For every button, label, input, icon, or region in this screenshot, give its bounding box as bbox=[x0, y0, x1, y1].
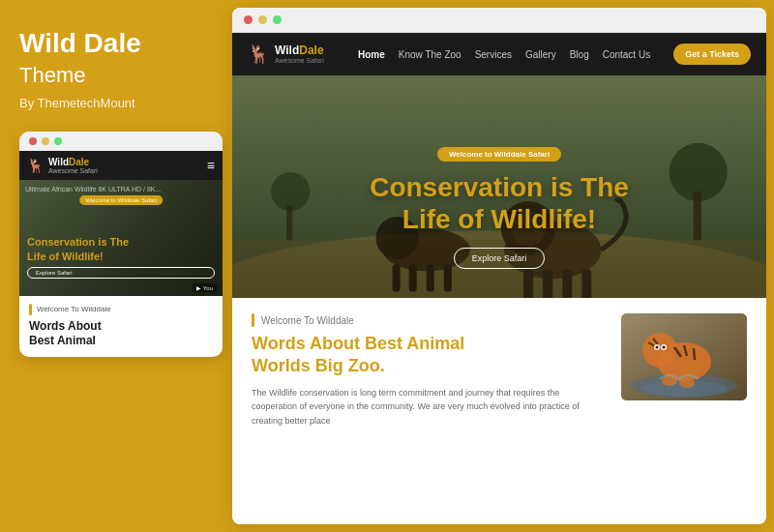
mobile-welcome-text: Welcome To Wilddale bbox=[37, 305, 111, 313]
browser-dot-red bbox=[244, 15, 253, 24]
nav-link-services[interactable]: Services bbox=[475, 49, 512, 60]
right-panel: 🦌 WildDale Awesome Safari Home Know The … bbox=[232, 8, 766, 524]
nav-link-contact[interactable]: Contact Us bbox=[603, 49, 650, 60]
hero-welcome-badge: Welcome to Wilddale Safari bbox=[437, 147, 561, 162]
tiger-svg bbox=[621, 313, 747, 400]
left-panel: Wild Dale Theme By ThemetechMount 🦌 Wild… bbox=[0, 0, 232, 532]
hero-content: Welcome to Wilddale Safari Conservation … bbox=[271, 143, 728, 269]
section-accent-bar bbox=[252, 313, 254, 327]
mobile-welcome-bar bbox=[29, 304, 32, 315]
browser-dot-yellow bbox=[258, 15, 267, 24]
browser-dot-green bbox=[273, 15, 282, 24]
hero-headline: Conservation is The Life of Wildlife! bbox=[271, 171, 728, 236]
theme-subtitle: Theme bbox=[19, 63, 85, 88]
desktop-logo: 🦌 WildDale Awesome Safari bbox=[248, 44, 335, 65]
dot-red bbox=[29, 137, 37, 145]
mobile-preview-card: 🦌 WildDale Awesome Safari ≡ Ultimate Afr… bbox=[19, 132, 223, 357]
desktop-logo-icon: 🦌 bbox=[248, 44, 269, 65]
theme-title: Wild Dale bbox=[19, 29, 141, 59]
mobile-logo-icon: 🦌 bbox=[27, 158, 44, 173]
section-welcome-text: Welcome To Wilddale bbox=[261, 315, 354, 326]
browser-bar bbox=[232, 8, 766, 33]
mobile-hamburger-icon: ≡ bbox=[207, 158, 215, 173]
mobile-content: Welcome To Wilddale Words About Best Ani… bbox=[19, 296, 223, 357]
mobile-welcome-label: Welcome To Wilddale bbox=[29, 304, 213, 315]
mobile-hero: Ultimate African Wildlife 8K ULTRA HD / … bbox=[19, 180, 223, 296]
nav-cta-button[interactable]: Get a Tickets bbox=[673, 44, 751, 65]
nav-link-blog[interactable]: Blog bbox=[570, 49, 589, 60]
section-heading: Words About Best Animal Worlds Big Zoo. bbox=[252, 333, 606, 378]
theme-by: By ThemetechMount bbox=[19, 96, 135, 110]
dot-green bbox=[54, 137, 62, 145]
section-body-text: The Wildlife conservation is long term c… bbox=[252, 386, 606, 428]
mobile-logo-text: WildDale bbox=[48, 157, 98, 167]
svg-point-34 bbox=[662, 376, 677, 386]
desktop-nav-links: Home Know The Zoo Services Gallery Blog … bbox=[354, 49, 654, 60]
mobile-section-title: Words About Best Animal bbox=[29, 319, 213, 349]
desktop-section: Welcome To Wilddale Words About Best Ani… bbox=[232, 298, 766, 443]
svg-line-27 bbox=[694, 348, 695, 360]
section-welcome-label: Welcome To Wilddale bbox=[252, 313, 606, 327]
desktop-logo-name: WildDale bbox=[275, 44, 324, 56]
mobile-hero-text: Conservation is The Life of Wildlife! Ex… bbox=[27, 235, 215, 279]
mobile-logo-area: 🦌 WildDale Awesome Safari bbox=[27, 157, 98, 174]
nav-link-gallery[interactable]: Gallery bbox=[525, 49, 556, 60]
nav-link-know[interactable]: Know The Zoo bbox=[399, 49, 461, 60]
desktop-hero: Welcome to Wilddale Safari Conservation … bbox=[232, 75, 766, 298]
hero-explore-button[interactable]: Explore Safari bbox=[454, 248, 546, 269]
svg-point-35 bbox=[679, 378, 695, 388]
mobile-logo-sub: Awesome Safari bbox=[48, 167, 98, 174]
nav-link-home[interactable]: Home bbox=[358, 49, 385, 60]
mobile-hero-video-label: Ultimate African Wildlife 8K ULTRA HD / … bbox=[25, 186, 217, 192]
mobile-hero-headline: Conservation is The Life of Wildlife! bbox=[27, 235, 215, 263]
desktop-nav: 🦌 WildDale Awesome Safari Home Know The … bbox=[232, 33, 766, 75]
mobile-explore-button[interactable]: Explore Safari bbox=[27, 267, 215, 279]
svg-point-32 bbox=[656, 346, 659, 349]
mobile-card-dots bbox=[19, 132, 223, 151]
dot-yellow bbox=[42, 137, 49, 145]
mobile-youtube-badge: ▶ You bbox=[193, 283, 217, 292]
section-text: Welcome To Wilddale Words About Best Ani… bbox=[252, 313, 606, 428]
desktop-content: 🦌 WildDale Awesome Safari Home Know The … bbox=[232, 33, 766, 524]
svg-point-33 bbox=[663, 346, 666, 349]
mobile-nav: 🦌 WildDale Awesome Safari ≡ bbox=[19, 151, 223, 180]
desktop-logo-tagline: Awesome Safari bbox=[275, 57, 324, 64]
mobile-welcome-badge: Welcome to Wilddale Safari bbox=[79, 195, 163, 205]
svg-point-24 bbox=[642, 333, 677, 368]
section-image bbox=[621, 313, 747, 400]
